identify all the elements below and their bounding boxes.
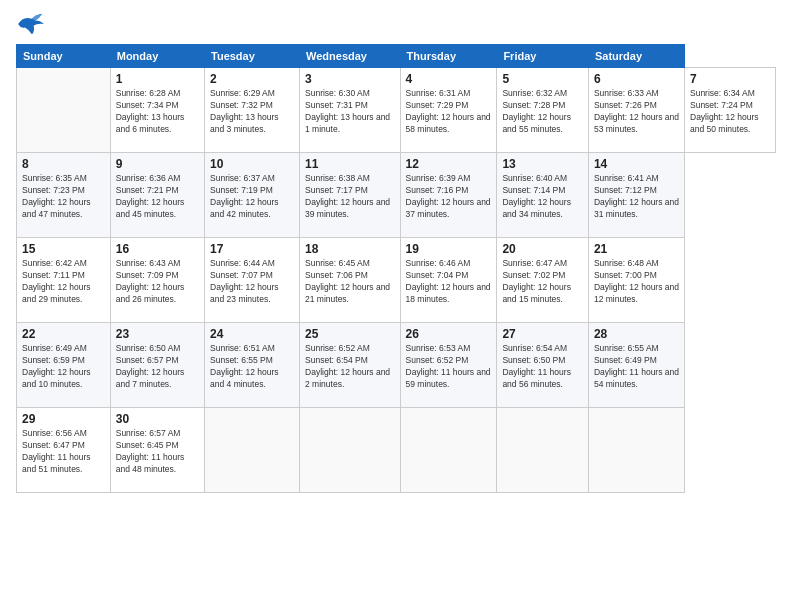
calendar-cell [400,408,497,493]
day-number: 20 [502,242,583,256]
day-number: 11 [305,157,395,171]
sunset-text: Sunset: 7:26 PM [594,100,679,112]
calendar-cell: 4Sunrise: 6:31 AMSunset: 7:29 PMDaylight… [400,68,497,153]
sunrise-text: Sunrise: 6:52 AM [305,343,395,355]
daylight-text: Daylight: 12 hours and 42 minutes. [210,197,294,221]
sunrise-text: Sunrise: 6:38 AM [305,173,395,185]
calendar-cell: 26Sunrise: 6:53 AMSunset: 6:52 PMDayligh… [400,323,497,408]
day-number: 1 [116,72,199,86]
calendar-cell: 7Sunrise: 6:34 AMSunset: 7:24 PMDaylight… [685,68,776,153]
day-info: Sunrise: 6:43 AMSunset: 7:09 PMDaylight:… [116,258,199,306]
sunrise-text: Sunrise: 6:30 AM [305,88,395,100]
day-number: 24 [210,327,294,341]
calendar-cell: 24Sunrise: 6:51 AMSunset: 6:55 PMDayligh… [205,323,300,408]
calendar-cell [588,408,684,493]
day-info: Sunrise: 6:41 AMSunset: 7:12 PMDaylight:… [594,173,679,221]
day-number: 12 [406,157,492,171]
day-info: Sunrise: 6:56 AMSunset: 6:47 PMDaylight:… [22,428,105,476]
sunrise-text: Sunrise: 6:29 AM [210,88,294,100]
sunrise-text: Sunrise: 6:42 AM [22,258,105,270]
calendar-cell: 5Sunrise: 6:32 AMSunset: 7:28 PMDaylight… [497,68,589,153]
day-number: 19 [406,242,492,256]
daylight-text: Daylight: 12 hours and 53 minutes. [594,112,679,136]
calendar-cell: 18Sunrise: 6:45 AMSunset: 7:06 PMDayligh… [300,238,401,323]
day-info: Sunrise: 6:55 AMSunset: 6:49 PMDaylight:… [594,343,679,391]
sunrise-text: Sunrise: 6:34 AM [690,88,770,100]
day-number: 22 [22,327,105,341]
daylight-text: Daylight: 12 hours and 39 minutes. [305,197,395,221]
day-number: 29 [22,412,105,426]
calendar-cell [17,68,111,153]
sunset-text: Sunset: 6:52 PM [406,355,492,367]
day-info: Sunrise: 6:47 AMSunset: 7:02 PMDaylight:… [502,258,583,306]
sunset-text: Sunset: 6:49 PM [594,355,679,367]
logo-icon [16,12,46,36]
daylight-text: Daylight: 12 hours and 50 minutes. [690,112,770,136]
day-info: Sunrise: 6:28 AMSunset: 7:34 PMDaylight:… [116,88,199,136]
calendar-cell: 21Sunrise: 6:48 AMSunset: 7:00 PMDayligh… [588,238,684,323]
day-number: 6 [594,72,679,86]
daylight-text: Daylight: 12 hours and 31 minutes. [594,197,679,221]
calendar-cell: 14Sunrise: 6:41 AMSunset: 7:12 PMDayligh… [588,153,684,238]
calendar-cell: 22Sunrise: 6:49 AMSunset: 6:59 PMDayligh… [17,323,111,408]
weekday-header-cell: Friday [497,45,589,68]
calendar-week-row: 29Sunrise: 6:56 AMSunset: 6:47 PMDayligh… [17,408,776,493]
calendar-cell: 23Sunrise: 6:50 AMSunset: 6:57 PMDayligh… [110,323,204,408]
daylight-text: Daylight: 13 hours and 6 minutes. [116,112,199,136]
day-number: 21 [594,242,679,256]
sunset-text: Sunset: 7:14 PM [502,185,583,197]
calendar-cell: 6Sunrise: 6:33 AMSunset: 7:26 PMDaylight… [588,68,684,153]
weekday-header-cell: Tuesday [205,45,300,68]
day-info: Sunrise: 6:54 AMSunset: 6:50 PMDaylight:… [502,343,583,391]
sunrise-text: Sunrise: 6:28 AM [116,88,199,100]
calendar-cell: 13Sunrise: 6:40 AMSunset: 7:14 PMDayligh… [497,153,589,238]
daylight-text: Daylight: 13 hours and 3 minutes. [210,112,294,136]
daylight-text: Daylight: 13 hours and 1 minute. [305,112,395,136]
day-number: 17 [210,242,294,256]
sunset-text: Sunset: 7:21 PM [116,185,199,197]
day-info: Sunrise: 6:45 AMSunset: 7:06 PMDaylight:… [305,258,395,306]
daylight-text: Daylight: 12 hours and 23 minutes. [210,282,294,306]
sunset-text: Sunset: 6:50 PM [502,355,583,367]
day-info: Sunrise: 6:44 AMSunset: 7:07 PMDaylight:… [210,258,294,306]
day-info: Sunrise: 6:51 AMSunset: 6:55 PMDaylight:… [210,343,294,391]
day-number: 15 [22,242,105,256]
calendar-cell: 11Sunrise: 6:38 AMSunset: 7:17 PMDayligh… [300,153,401,238]
daylight-text: Daylight: 12 hours and 15 minutes. [502,282,583,306]
sunrise-text: Sunrise: 6:33 AM [594,88,679,100]
day-info: Sunrise: 6:31 AMSunset: 7:29 PMDaylight:… [406,88,492,136]
sunrise-text: Sunrise: 6:46 AM [406,258,492,270]
sunset-text: Sunset: 6:45 PM [116,440,199,452]
calendar-cell: 17Sunrise: 6:44 AMSunset: 7:07 PMDayligh… [205,238,300,323]
day-info: Sunrise: 6:40 AMSunset: 7:14 PMDaylight:… [502,173,583,221]
day-number: 4 [406,72,492,86]
weekday-header-cell: Monday [110,45,204,68]
calendar-cell: 20Sunrise: 6:47 AMSunset: 7:02 PMDayligh… [497,238,589,323]
day-info: Sunrise: 6:46 AMSunset: 7:04 PMDaylight:… [406,258,492,306]
day-info: Sunrise: 6:53 AMSunset: 6:52 PMDaylight:… [406,343,492,391]
day-info: Sunrise: 6:48 AMSunset: 7:00 PMDaylight:… [594,258,679,306]
sunrise-text: Sunrise: 6:32 AM [502,88,583,100]
day-number: 8 [22,157,105,171]
calendar-cell: 15Sunrise: 6:42 AMSunset: 7:11 PMDayligh… [17,238,111,323]
sunrise-text: Sunrise: 6:40 AM [502,173,583,185]
daylight-text: Daylight: 11 hours and 54 minutes. [594,367,679,391]
sunrise-text: Sunrise: 6:51 AM [210,343,294,355]
calendar-cell: 1Sunrise: 6:28 AMSunset: 7:34 PMDaylight… [110,68,204,153]
daylight-text: Daylight: 12 hours and 37 minutes. [406,197,492,221]
sunset-text: Sunset: 7:06 PM [305,270,395,282]
header [16,12,776,36]
calendar-body: 1Sunrise: 6:28 AMSunset: 7:34 PMDaylight… [17,68,776,493]
calendar-cell [497,408,589,493]
day-info: Sunrise: 6:49 AMSunset: 6:59 PMDaylight:… [22,343,105,391]
daylight-text: Daylight: 12 hours and 12 minutes. [594,282,679,306]
sunset-text: Sunset: 7:23 PM [22,185,105,197]
sunrise-text: Sunrise: 6:47 AM [502,258,583,270]
day-number: 3 [305,72,395,86]
day-info: Sunrise: 6:34 AMSunset: 7:24 PMDaylight:… [690,88,770,136]
day-number: 5 [502,72,583,86]
calendar-cell: 28Sunrise: 6:55 AMSunset: 6:49 PMDayligh… [588,323,684,408]
page: SundayMondayTuesdayWednesdayThursdayFrid… [0,0,792,612]
day-info: Sunrise: 6:52 AMSunset: 6:54 PMDaylight:… [305,343,395,391]
weekday-header-cell: Sunday [17,45,111,68]
